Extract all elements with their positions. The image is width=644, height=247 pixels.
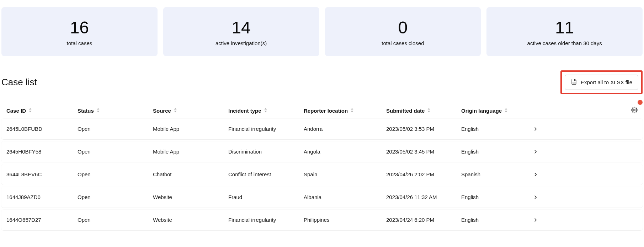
column-header-status[interactable]: Status — [78, 108, 153, 114]
sort-icon — [28, 108, 32, 114]
cell-location: Andorra — [304, 126, 386, 132]
cell-status: Open — [78, 171, 153, 177]
gear-icon — [631, 107, 638, 113]
column-header-case-id[interactable]: Case ID — [6, 108, 78, 114]
stat-label: active investigation(s) — [170, 40, 312, 46]
chevron-right-icon — [532, 194, 539, 200]
sort-icon — [96, 108, 100, 114]
sort-icon — [504, 108, 508, 114]
column-header-submitted-date[interactable]: Submitted date — [386, 108, 461, 114]
chevron-right-icon — [532, 217, 539, 223]
column-header-incident-type[interactable]: Incident type — [228, 108, 304, 114]
row-open-arrow[interactable] — [532, 149, 638, 155]
column-header-label: Status — [78, 108, 94, 114]
svg-text:XLSX: XLSX — [572, 82, 576, 84]
page-title: Case list — [1, 77, 37, 88]
stat-card-total-cases: 16 total cases — [1, 7, 158, 56]
cell-date: 2023/04/24 6:20 PM — [386, 217, 461, 223]
cell-status: Open — [78, 217, 153, 223]
sort-icon — [427, 108, 431, 114]
cell-location: Albania — [304, 194, 386, 200]
cell-source: Mobile App — [153, 126, 228, 132]
case-table: Case ID Status Source Incident type Repo… — [0, 103, 644, 230]
table-settings-button[interactable] — [631, 107, 638, 114]
row-open-arrow[interactable] — [532, 171, 638, 178]
table-row[interactable]: 1644O657D27OpenWebsiteFinancial irregula… — [1, 210, 643, 230]
cell-case-id: 2645H0BFY58 — [6, 149, 78, 155]
column-header-label: Reporter location — [304, 108, 348, 114]
stat-value: 0 — [332, 18, 474, 37]
table-header-row: Case ID Status Source Incident type Repo… — [1, 103, 643, 119]
export-xlsx-button[interactable]: XLSX Export all to XLSX file — [565, 75, 638, 90]
column-header-source[interactable]: Source — [153, 108, 228, 114]
column-header-label: Source — [153, 108, 171, 114]
row-open-arrow[interactable] — [532, 217, 638, 223]
cell-lang: English — [461, 149, 532, 155]
stats-row: 16 total cases 14 active investigation(s… — [0, 0, 644, 56]
column-header-label: Submitted date — [386, 108, 425, 114]
cell-location: Spain — [304, 171, 386, 177]
cell-case-id: 2645L0BFUBD — [6, 126, 78, 132]
column-header-label: Origin language — [461, 108, 502, 114]
cell-incident: Fraud — [228, 194, 304, 200]
stat-value: 11 — [494, 18, 635, 37]
table-row[interactable]: 2645H0BFY58OpenMobile AppDiscriminationA… — [1, 141, 643, 162]
cell-date: 2023/05/02 3:53 PM — [386, 126, 461, 132]
column-header-origin-language[interactable]: Origin language — [461, 108, 532, 114]
cell-date: 2023/05/02 3:45 PM — [386, 149, 461, 155]
cell-lang: Spanish — [461, 171, 532, 177]
cell-case-id: 3644L8BEV6C — [6, 171, 78, 177]
cell-case-id: 1644O657D27 — [6, 217, 78, 223]
cell-incident: Discrimination — [228, 149, 304, 155]
chevron-right-icon — [532, 149, 539, 155]
cell-date: 2023/04/26 2:02 PM — [386, 171, 461, 177]
row-open-arrow[interactable] — [532, 126, 638, 132]
chevron-right-icon — [532, 126, 539, 132]
notification-dot-icon — [638, 100, 643, 105]
sort-icon — [264, 108, 268, 114]
stat-card-older-30-days: 11 active cases older than 30 days — [486, 7, 643, 56]
cell-status: Open — [78, 126, 153, 132]
cell-lang: English — [461, 126, 532, 132]
sort-icon — [173, 108, 177, 114]
column-header-reporter-location[interactable]: Reporter location — [304, 108, 386, 114]
file-xlsx-icon: XLSX — [571, 79, 577, 86]
stat-label: total cases closed — [332, 40, 474, 46]
cell-status: Open — [78, 149, 153, 155]
column-header-label: Incident type — [228, 108, 261, 114]
cell-date: 2023/04/26 11:32 AM — [386, 194, 461, 200]
stat-card-total-closed: 0 total cases closed — [325, 7, 481, 56]
sort-icon — [350, 108, 354, 114]
cell-source: Mobile App — [153, 149, 228, 155]
column-header-label: Case ID — [6, 108, 26, 114]
cell-incident: Financial irregularity — [228, 126, 304, 132]
list-header: Case list XLSX Export all to XLSX file — [0, 56, 644, 94]
stat-value: 16 — [9, 18, 150, 37]
cell-location: Philippines — [304, 217, 386, 223]
cell-source: Chatbot — [153, 171, 228, 177]
stat-card-active-investigations: 14 active investigation(s) — [163, 7, 319, 56]
stat-value: 14 — [170, 18, 312, 37]
cell-source: Website — [153, 217, 228, 223]
cell-location: Angola — [304, 149, 386, 155]
chevron-right-icon — [532, 171, 539, 178]
table-row[interactable]: 3644L8BEV6COpenChatbotConflict of intere… — [1, 164, 643, 185]
table-row[interactable]: 2645L0BFUBDOpenMobile AppFinancial irreg… — [1, 119, 643, 139]
table-row[interactable]: 1644J89AZD0OpenWebsiteFraudAlbania2023/0… — [1, 187, 643, 208]
stat-label: total cases — [9, 40, 150, 46]
cell-incident: Conflict of interest — [228, 171, 304, 177]
cell-lang: English — [461, 194, 532, 200]
svg-point-1 — [634, 109, 635, 111]
cell-lang: English — [461, 217, 532, 223]
cell-source: Website — [153, 194, 228, 200]
stat-label: active cases older than 30 days — [494, 40, 635, 46]
cell-incident: Financial irregularity — [228, 217, 304, 223]
cell-status: Open — [78, 194, 153, 200]
row-open-arrow[interactable] — [532, 194, 638, 200]
table-body: 2645L0BFUBDOpenMobile AppFinancial irreg… — [1, 119, 643, 230]
export-button-label: Export all to XLSX file — [581, 79, 632, 85]
export-highlight-box: XLSX Export all to XLSX file — [560, 70, 643, 94]
cell-case-id: 1644J89AZD0 — [6, 194, 78, 200]
